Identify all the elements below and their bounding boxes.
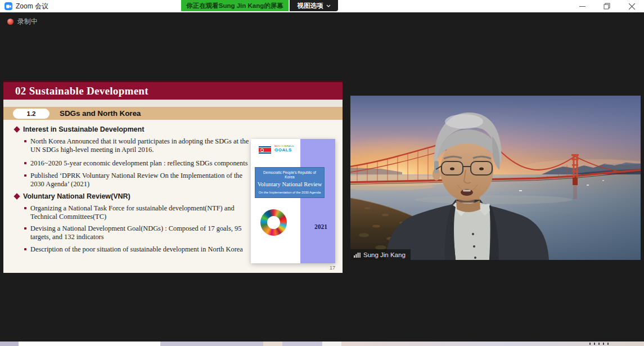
background-window-sliver bbox=[160, 341, 263, 346]
chevron-down-icon bbox=[326, 5, 331, 7]
sdg-goals-logo: SUSTAINABLE GOALS bbox=[274, 145, 294, 152]
slide-title: 02 Sustainable Development bbox=[15, 85, 148, 97]
diamond-bullet-icon bbox=[13, 193, 20, 199]
bullet-text: Organizing a National Task Force for sus… bbox=[30, 204, 249, 221]
cover-country-line2: Korea bbox=[255, 175, 324, 179]
heading-text: Interest in Sustainable Development bbox=[23, 125, 144, 133]
minimize-button[interactable] bbox=[570, 0, 595, 12]
restore-icon bbox=[604, 3, 610, 10]
slide-divider-strip bbox=[3, 100, 343, 107]
restore-button[interactable] bbox=[595, 0, 619, 12]
slide-title-bar: 02 Sustainable Development bbox=[3, 80, 343, 100]
window-titlebar: Zoom 会议 你正在观看Sung Jin Kang的屏幕 视图选项 bbox=[0, 0, 644, 12]
zoom-meeting-window: Zoom 会议 你正在观看Sung Jin Kang的屏幕 视图选项 录制中 0… bbox=[0, 0, 644, 346]
bullet-text: Devising a National Development Goal(NDG… bbox=[30, 224, 249, 241]
recording-indicator: 录制中 bbox=[7, 17, 38, 26]
bullet-icon bbox=[24, 248, 26, 250]
participant-name: Sung Jin Kang bbox=[363, 251, 406, 258]
background-window-text-artifact bbox=[589, 343, 609, 345]
bullet-text: Description of the poor situation of sus… bbox=[30, 245, 243, 254]
slide-bullet: Description of the poor situation of sus… bbox=[15, 245, 249, 254]
cover-purple-band bbox=[300, 139, 335, 263]
bullet-text: Published ‘DPRK Voluntary National Revie… bbox=[30, 172, 249, 188]
dprk-flag-icon bbox=[259, 146, 271, 154]
cover-subtitle: On the Implementation of the 2030 Agenda bbox=[255, 191, 324, 194]
close-button[interactable] bbox=[619, 0, 644, 12]
background-window-sliver bbox=[19, 341, 160, 346]
close-icon bbox=[629, 3, 635, 10]
slide-heading: Voluntary National Review(VNR) bbox=[15, 192, 247, 200]
background-window-sliver bbox=[263, 341, 282, 346]
view-options-label: 视图选项 bbox=[298, 2, 323, 10]
slide-page-number: 17 bbox=[330, 265, 335, 271]
slide-bullet: North Korea Announced that it would part… bbox=[15, 137, 249, 154]
slide-bullet: Published ‘DPRK Voluntary National Revie… bbox=[15, 172, 249, 188]
section-title: SDGs and North Korea bbox=[60, 109, 141, 118]
slide-bullet: Organizing a National Task Force for sus… bbox=[15, 204, 249, 221]
background-window-sliver bbox=[0, 341, 19, 346]
view-options-button[interactable]: 视图选项 bbox=[290, 0, 338, 11]
vnr-report-cover: SUSTAINABLE GOALS Democratic People’s Re… bbox=[251, 139, 335, 263]
bullet-text: 2016~2020 5-year economic development pl… bbox=[30, 159, 248, 168]
minimize-icon bbox=[579, 3, 586, 10]
sdg-color-wheel-icon bbox=[260, 209, 287, 236]
bullet-icon bbox=[24, 227, 26, 230]
bullet-icon bbox=[24, 207, 26, 209]
slide-heading: Interest in Sustainable Development bbox=[15, 125, 247, 133]
cover-year: 2021 bbox=[314, 223, 327, 230]
cover-country-line1: Democratic People’s Republic of bbox=[255, 170, 324, 175]
heading-text: Voluntary National Review(VNR) bbox=[23, 192, 130, 200]
slide-bullet: Devising a National Development Goal(NDG… bbox=[15, 224, 249, 241]
section-number-pill: 1.2 bbox=[13, 109, 49, 119]
zoom-app-icon bbox=[4, 2, 12, 10]
slide-section-bar: 1.2 SDGs and North Korea bbox=[3, 107, 343, 120]
diamond-bullet-icon bbox=[13, 126, 20, 132]
cover-title-box: Democratic People’s Republic of Korea Vo… bbox=[255, 167, 325, 198]
bullet-icon bbox=[24, 140, 26, 142]
video-scene bbox=[350, 96, 641, 260]
cover-main-title: Voluntary National Review bbox=[255, 181, 324, 187]
shared-screen-slide: 02 Sustainable Development 1.2 SDGs and … bbox=[3, 80, 343, 273]
sdg-logo-line2: GOALS bbox=[274, 148, 294, 152]
participant-name-tag: Sung Jin Kang bbox=[350, 249, 411, 260]
background-window-sliver bbox=[282, 341, 322, 346]
recording-label: 录制中 bbox=[17, 17, 38, 26]
bullet-icon bbox=[24, 174, 26, 177]
bullet-icon bbox=[24, 162, 26, 164]
participant-video-tile[interactable]: Sung Jin Kang bbox=[350, 96, 641, 260]
screen-share-banner: 你正在观看Sung Jin Kang的屏幕 bbox=[181, 0, 289, 11]
audio-signal-icon bbox=[354, 251, 361, 258]
window-title: Zoom 会议 bbox=[16, 2, 48, 11]
background-window-sliver bbox=[322, 341, 341, 346]
recording-icon bbox=[7, 19, 13, 25]
slide-bullet: 2016~2020 5-year economic development pl… bbox=[15, 159, 249, 168]
bullet-text: North Korea Announced that it would part… bbox=[30, 137, 249, 154]
